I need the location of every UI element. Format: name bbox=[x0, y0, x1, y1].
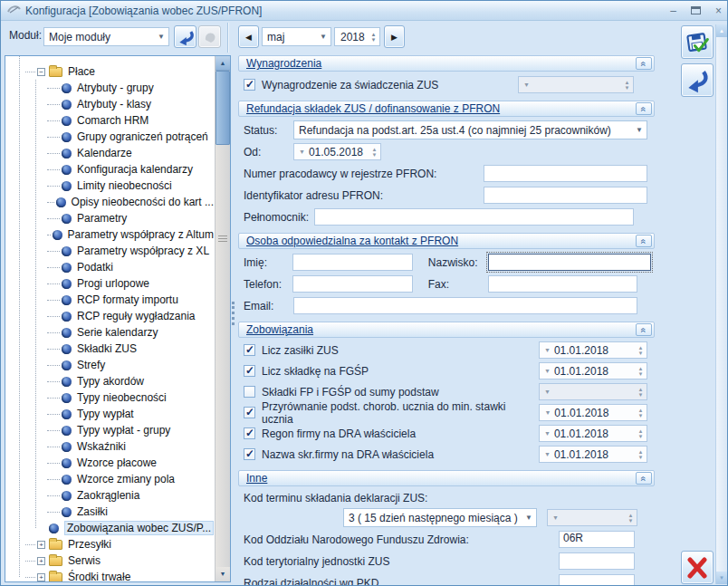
tree-item[interactable]: −Płace bbox=[5, 63, 214, 80]
email-input[interactable] bbox=[293, 297, 637, 314]
checkbox[interactable] bbox=[244, 344, 255, 356]
tree-item[interactable]: Wzorce płacowe bbox=[5, 455, 214, 471]
checkbox[interactable] bbox=[244, 365, 255, 377]
tree-item[interactable]: +Przesyłki bbox=[5, 536, 214, 552]
tree-item[interactable]: Opisy nieobecności do kart ... bbox=[5, 194, 214, 210]
tree-scrollbar[interactable]: ▲ ▼ bbox=[215, 56, 230, 581]
globe-icon bbox=[62, 442, 72, 452]
expand-toggle-icon[interactable]: + bbox=[37, 573, 45, 581]
tree-item[interactable]: Progi urlopowe bbox=[5, 275, 214, 292]
close-button[interactable]: × bbox=[715, 5, 722, 16]
checkbox[interactable] bbox=[244, 386, 255, 398]
telefon-input[interactable] bbox=[292, 275, 412, 293]
spinner-arrows-icon[interactable]: ▲▼ bbox=[635, 363, 647, 379]
save-button[interactable] bbox=[681, 25, 714, 59]
collapse-section-button[interactable]: « bbox=[636, 102, 652, 115]
tree-item[interactable]: Parametry współpracy z XL bbox=[5, 243, 214, 259]
imie-input[interactable] bbox=[292, 254, 412, 271]
tree-item[interactable]: Zobowiązania wobec ZUS/P... bbox=[5, 520, 214, 536]
tree-item[interactable]: Strefy bbox=[5, 357, 214, 373]
tree-item[interactable]: Atrybuty - grupy bbox=[5, 80, 214, 96]
text-input[interactable] bbox=[559, 574, 635, 586]
dropdown-arrow-icon: ▼ bbox=[540, 368, 554, 374]
module-select[interactable]: Moje moduły ▼ bbox=[43, 27, 169, 46]
tree-item[interactable]: Konfiguracja kalendarzy bbox=[5, 161, 214, 178]
collapse-section-button[interactable]: « bbox=[636, 57, 652, 70]
tree-item[interactable]: Atrybuty - klasy bbox=[5, 96, 214, 112]
pelnomocnik-input[interactable] bbox=[314, 208, 634, 226]
tree-item[interactable]: Składki ZUS bbox=[5, 341, 214, 357]
tree-item[interactable]: Typy wypłat bbox=[5, 406, 214, 422]
tree-item[interactable]: Typy wypłat - grupy bbox=[5, 422, 214, 438]
collapse-section-button[interactable]: « bbox=[636, 323, 652, 336]
tree-item[interactable]: Zasiłki bbox=[5, 504, 214, 520]
month-select[interactable]: maj ▼ bbox=[262, 27, 331, 46]
tree-item[interactable]: Wzorce zmiany pola bbox=[5, 471, 214, 487]
scroll-up-icon[interactable]: ▲ bbox=[716, 24, 727, 37]
checkbox-label: Regon firmy na DRA właściciela bbox=[262, 427, 416, 440]
tree-item[interactable]: +Środki trwałe bbox=[5, 569, 214, 581]
spinner-arrows-icon[interactable]: ▲▼ bbox=[635, 447, 647, 462]
tree-item[interactable]: Grupy ograniczeń potrąceń bbox=[5, 129, 214, 145]
collapse-section-button[interactable]: « bbox=[636, 235, 652, 247]
date-field[interactable]: ▼01.01.2018▲▼ bbox=[539, 425, 647, 442]
expand-toggle-icon[interactable]: + bbox=[37, 541, 45, 549]
cancel-button[interactable] bbox=[681, 551, 714, 584]
panel-splitter[interactable] bbox=[232, 302, 235, 325]
tree-connector bbox=[47, 104, 60, 105]
text-input[interactable] bbox=[484, 165, 647, 182]
tree-item[interactable]: +Serwis bbox=[5, 552, 214, 569]
checkbox[interactable] bbox=[244, 427, 255, 439]
undo-changes-button[interactable] bbox=[681, 63, 714, 97]
tree-item[interactable]: Typy nieobecności bbox=[5, 389, 214, 406]
checkbox[interactable] bbox=[244, 407, 255, 418]
tree-item[interactable]: Kalendarze bbox=[5, 145, 214, 161]
scrollbar-thumb[interactable] bbox=[216, 71, 230, 145]
tree-item[interactable]: Wskaźniki bbox=[5, 438, 214, 455]
text-input[interactable] bbox=[484, 187, 647, 204]
scroll-up-icon[interactable]: ▲ bbox=[216, 56, 230, 71]
spinner-arrows-icon[interactable]: ▲▼ bbox=[635, 405, 647, 420]
prev-month-button[interactable]: ◀ bbox=[238, 25, 259, 48]
date-field[interactable]: ▼01.01.2018▲▼ bbox=[539, 446, 647, 463]
tree-item[interactable]: Comarch HRM bbox=[5, 112, 214, 129]
text-input[interactable]: 06R bbox=[559, 531, 635, 548]
maximize-button[interactable] bbox=[691, 6, 701, 14]
year-spinner[interactable]: 2018 ▲▼ bbox=[334, 27, 380, 46]
globe-icon bbox=[62, 246, 72, 256]
collapse-section-button[interactable]: « bbox=[636, 472, 652, 485]
spinner-arrows-icon[interactable]: ▲▼ bbox=[635, 342, 647, 358]
checkbox[interactable] bbox=[244, 448, 255, 460]
refresh-config-button[interactable] bbox=[174, 25, 196, 48]
tree-item[interactable]: RCP reguły wygładzania bbox=[5, 308, 214, 324]
tree-item[interactable]: Serie kalendarzy bbox=[5, 324, 214, 341]
kod-terminu-select[interactable]: 3 ( 15 dzień następnego miesiąca ) ▼ bbox=[343, 508, 537, 527]
tree-item[interactable]: Limity nieobecności bbox=[5, 178, 214, 194]
next-month-button[interactable]: ▶ bbox=[384, 25, 405, 48]
expand-toggle-icon[interactable]: − bbox=[37, 68, 45, 76]
tree-item[interactable]: Zaokrąglenia bbox=[5, 487, 214, 504]
expand-toggle-icon[interactable]: + bbox=[37, 557, 45, 565]
date-field[interactable]: ▼01.01.2018▲▼ bbox=[539, 404, 647, 421]
scroll-down-icon[interactable]: ▼ bbox=[216, 567, 230, 581]
status-select[interactable]: Refundacja na podst.art. 25a ust.4 (co n… bbox=[293, 120, 647, 139]
tree-item[interactable]: Typy akordów bbox=[5, 373, 214, 389]
od-date-field[interactable]: ▼ 01.05.2018 ▲▼ bbox=[293, 143, 381, 160]
text-input[interactable] bbox=[559, 552, 635, 570]
tree-item[interactable]: Parametry bbox=[5, 210, 214, 226]
content-scrollbar[interactable]: ▲ ▼ bbox=[715, 24, 727, 584]
date-field[interactable]: ▼01.01.2018▲▼ bbox=[539, 341, 647, 359]
minimize-button[interactable]: – bbox=[670, 5, 676, 16]
fax-input[interactable] bbox=[488, 275, 637, 293]
scroll-down-icon[interactable]: ▼ bbox=[716, 572, 727, 584]
nazwisko-input[interactable] bbox=[488, 254, 651, 271]
spinner-arrows-icon[interactable]: ▲▼ bbox=[369, 144, 380, 159]
spinner-arrows-icon[interactable]: ▲▼ bbox=[635, 426, 647, 441]
tree-item[interactable]: Parametry współpracy z Altum bbox=[5, 226, 214, 243]
tree-item[interactable]: Podatki bbox=[5, 259, 214, 275]
tree-item[interactable]: RCP formaty importu bbox=[5, 292, 214, 308]
date-field[interactable]: ▼01.01.2018▲▼ bbox=[539, 362, 647, 379]
checkbox-wynagrodzenie-zus[interactable] bbox=[244, 79, 255, 91]
spinner-arrows-icon[interactable]: ▲▼ bbox=[368, 32, 379, 43]
globe-icon bbox=[62, 165, 72, 175]
